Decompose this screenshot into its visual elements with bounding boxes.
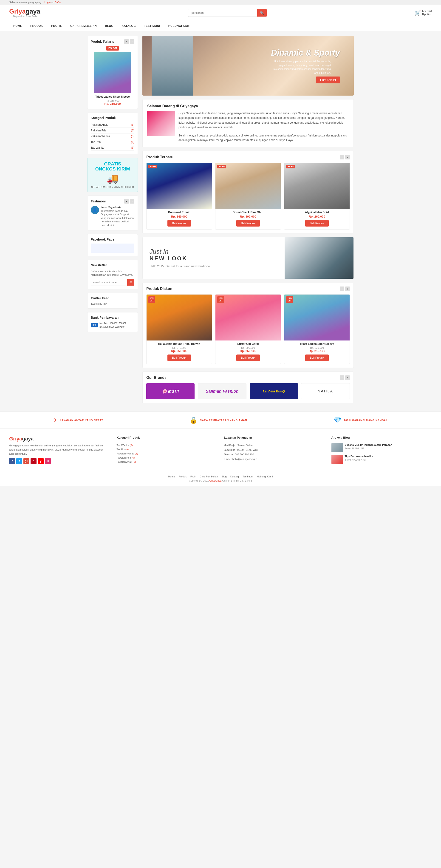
nav-profil[interactable]: PROFIL — [47, 21, 66, 31]
layanan-telepon: Telepon : 085.600.200.100 — [224, 453, 324, 457]
footer-kategori-list: Tas Wanita (6) Tas Pria (6) Pakaian Wani… — [117, 443, 217, 464]
terlaris-next-btn[interactable]: › — [130, 39, 134, 44]
newsletter-email-input[interactable] — [91, 279, 127, 285]
just-in-image — [285, 237, 353, 279]
diskon-products-grid: 10%OFF BellaBanic Blouse Tribal Batwin R… — [146, 294, 350, 364]
testimoni-next-btn[interactable]: › — [130, 199, 134, 204]
brand-salimah[interactable]: Salimah Fashion — [198, 383, 247, 399]
baru-badge: BARU — [286, 165, 295, 168]
list-item[interactable]: Pakaian Anak (6) — [117, 460, 217, 464]
baru-badge: BARU — [217, 165, 226, 168]
nav-testimoni[interactable]: TESTIMONI — [140, 21, 164, 31]
login-link[interactable]: Login — [44, 1, 51, 4]
cart-area[interactable]: 🛒 My Cart Rp. 0,- — [415, 10, 432, 16]
twitter-text: Tweets by @# — [91, 302, 134, 305]
nav-home[interactable]: HOME — [9, 21, 26, 31]
social-googleplus-btn[interactable]: g+ — [24, 458, 29, 464]
sidebar-twitter: Twitter Feed Tweets by @# — [87, 293, 138, 309]
facebook-title: Facebook Page — [91, 238, 134, 241]
search-input[interactable] — [188, 9, 257, 16]
footer-link-blog[interactable]: Blog — [222, 475, 227, 478]
brands-prev-btn[interactable]: ‹ — [340, 375, 344, 380]
product-price: Rp. 349.000 — [147, 215, 212, 218]
list-item[interactable]: Tas Wanita(6) — [91, 145, 134, 151]
diskon-prev-btn[interactable]: ‹ — [340, 286, 344, 291]
beli-produk-btn[interactable]: Beli Produk — [237, 220, 259, 226]
welcome-image — [147, 111, 175, 136]
product-card: BARU Dormi Check Blue Shirt Rp. 399.000 … — [215, 163, 281, 229]
register-link[interactable]: Daftar — [55, 1, 62, 4]
nav-hubungi-kami[interactable]: HUBUNGI KAMI — [164, 21, 194, 31]
beli-produk-btn[interactable]: Beli Produk — [305, 354, 328, 361]
footer: Griyagaya Griyagaya adalah toko fashion … — [0, 429, 441, 486]
footer-article-image — [332, 443, 343, 453]
list-item[interactable]: Tas Pria (6) — [117, 447, 217, 452]
hero-banner: Dinamic & Sporty Untuk mendukung penampi… — [143, 36, 354, 96]
produk-terbaru-title: Produk Terbaru — [146, 155, 174, 159]
testimoni-prev-btn[interactable]: ‹ — [124, 199, 129, 204]
nav-katalog[interactable]: KATALOG — [118, 21, 140, 31]
newsletter-submit-btn[interactable]: ✉ — [127, 279, 134, 286]
social-youtube-btn[interactable]: y — [38, 458, 44, 464]
greeting-text: Selamat malam, pengunjung... — [9, 1, 43, 4]
welcome-title: Selamat Datang di Griyagaya — [147, 104, 349, 108]
brand-laveta[interactable]: La Vieta ButiQ — [250, 383, 298, 399]
search-button[interactable]: 🔍 — [257, 9, 267, 17]
footer-link-home[interactable]: Home — [168, 475, 175, 478]
terbaru-prev-btn[interactable]: ‹ — [340, 155, 344, 159]
footer-link-cara-pembelian[interactable]: Cara Pembelian — [200, 475, 218, 478]
brand-mutif[interactable]: 🌸 MuTif — [146, 383, 194, 399]
footer-link-produk[interactable]: Produk — [179, 475, 187, 478]
logo[interactable]: Griyagaya Ekspresikan Gaya Anda — [9, 8, 40, 18]
list-item[interactable]: Pakaian Wanita(8) — [91, 133, 134, 139]
nav-produk[interactable]: PRODUK — [26, 21, 47, 31]
list-item[interactable]: Pakaian Pria(6) — [91, 128, 134, 133]
product-price-new: Rp. 251.100 — [147, 349, 212, 353]
social-instagram-btn[interactable]: in — [45, 458, 51, 464]
list-item[interactable]: Pakaian Pria (6) — [117, 456, 217, 460]
feature-label: 100% GARANSI UANG KEMBALI — [344, 419, 389, 422]
beli-produk-btn[interactable]: Beli Produk — [167, 220, 191, 226]
social-twitter-btn[interactable]: t — [16, 458, 22, 464]
beli-produk-btn[interactable]: Beli Produk — [305, 220, 328, 226]
product-name: Borrowed Ethnic — [148, 211, 211, 214]
footer-link-hubungi-kami[interactable]: Hubungi Kami — [257, 475, 273, 478]
list-item[interactable]: Pakaian Wanita (8) — [117, 452, 217, 456]
hero-cta-btn[interactable]: Lihat Koleksi — [316, 76, 340, 84]
truck-icon: 🚚 — [91, 173, 134, 184]
main-content: Dinamic & Sporty Untuk mendukung penampi… — [143, 36, 354, 407]
just-in-banner: Just In NEW LOOK Hello 2015. Get set for… — [143, 237, 354, 279]
welcome-text2: Selain melayani pesanan produk-produk ya… — [179, 133, 349, 143]
footer-layanan-title: Layanan Pelanggan — [224, 436, 324, 441]
product-card: 10%OFF Triset Ladies Short Sleeve Rp. 23… — [284, 294, 350, 364]
feature-label: LAYANAN ANTAR YANG CEPAT — [60, 419, 103, 422]
social-pinterest-btn[interactable]: p — [31, 458, 36, 464]
list-item[interactable]: Pakaian Anak(6) — [91, 122, 134, 128]
layanan-email: Email : hallo@nuangcoding.id — [224, 457, 324, 462]
footer-link-profil[interactable]: Profil — [190, 475, 196, 478]
social-facebook-btn[interactable]: f — [9, 458, 15, 464]
brands-title: Our Brands — [146, 376, 166, 380]
nav-cara-pembelian[interactable]: CARA PEMBELIAN — [66, 21, 101, 31]
just-in-desc: Hello 2015. Get set for a brand new ward… — [150, 264, 211, 269]
brand-laveta-label: La Vieta ButiQ — [263, 390, 285, 393]
feature-item: 💎 100% GARANSI UANG KEMBALI — [334, 416, 389, 424]
beli-produk-btn[interactable]: Beli Produk — [167, 354, 191, 361]
footer-link-testimoni[interactable]: Testimoni — [243, 475, 253, 478]
list-item[interactable]: Tas Wanita (6) — [117, 443, 217, 447]
terbaru-next-btn[interactable]: › — [345, 155, 350, 159]
diskon-next-btn[interactable]: › — [345, 286, 350, 291]
brand-nahla[interactable]: NAHLA — [301, 383, 350, 399]
terlaris-prev-btn[interactable]: ‹ — [124, 39, 129, 44]
product-card: 10%OFF Surfer Girl Coral Rp. 299.000 Rp.… — [215, 294, 281, 364]
nav-blog[interactable]: BLOG — [101, 21, 118, 31]
beli-produk-btn[interactable]: Beli Produk — [237, 354, 259, 361]
product-name: Triset Ladies Short Sleeve — [286, 342, 348, 345]
brands-next-btn[interactable]: › — [345, 375, 350, 380]
free-shipping-banner: GRATIS ONGKOS KIRIM 🚚 SETIAP PEMBELIAN M… — [87, 158, 138, 192]
footer-col-kategori: Kategori Produk Tas Wanita (6) Tas Pria … — [117, 436, 217, 466]
list-item[interactable]: Tas Pria(6) — [91, 139, 134, 145]
product-card-image: 10%OFF — [147, 294, 212, 340]
sidebar-facebook: Facebook Page — [87, 234, 138, 256]
footer-link-katalog[interactable]: Katalog — [230, 475, 239, 478]
